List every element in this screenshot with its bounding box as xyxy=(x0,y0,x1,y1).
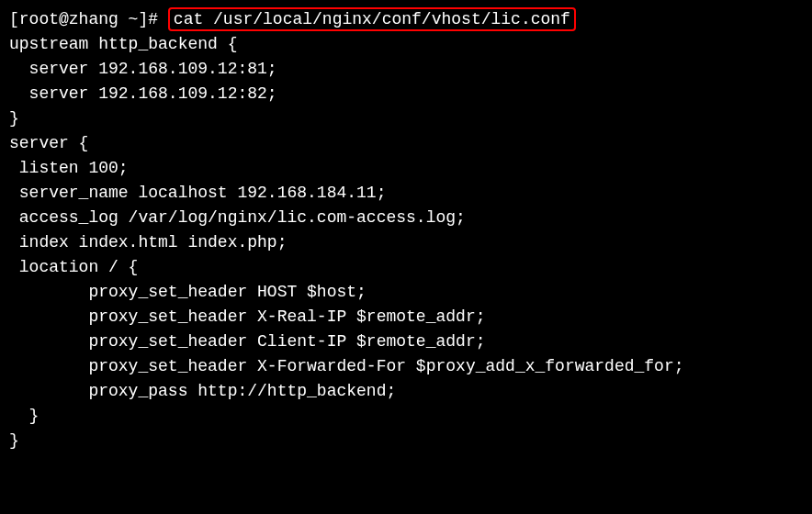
output-line: proxy_set_header HOST $host; xyxy=(9,280,803,305)
output-line: server 192.168.109.12:81; xyxy=(9,57,803,82)
output-line: proxy_set_header Client-IP $remote_addr; xyxy=(9,330,803,354)
output-line: proxy_set_header X-Forwarded-For $proxy_… xyxy=(9,354,803,379)
output-line: index index.html index.php; xyxy=(9,230,803,255)
output-line: } xyxy=(9,404,803,429)
command-highlight: cat /usr/local/nginx/conf/vhost/lic.conf xyxy=(168,7,576,31)
shell-prompt: [root@zhang ~]# xyxy=(9,10,168,28)
output-line: } xyxy=(9,429,803,453)
output-line: upstream http_backend { xyxy=(9,32,803,57)
output-line: server { xyxy=(9,131,803,156)
output-line: proxy_set_header X-Real-IP $remote_addr; xyxy=(9,305,803,330)
command-text: cat /usr/local/nginx/conf/vhost/lic.conf xyxy=(174,10,570,28)
terminal-prompt-line[interactable]: [root@zhang ~]# cat /usr/local/nginx/con… xyxy=(9,7,803,32)
output-line: server_name localhost 192.168.184.11; xyxy=(9,181,803,206)
output-line: location / { xyxy=(9,255,803,280)
output-line: access_log /var/log/nginx/lic.com-access… xyxy=(9,206,803,230)
output-line: server 192.168.109.12:82; xyxy=(9,82,803,106)
output-line: listen 100; xyxy=(9,156,803,181)
output-line: proxy_pass http://http_backend; xyxy=(9,379,803,404)
output-line: } xyxy=(9,106,803,131)
